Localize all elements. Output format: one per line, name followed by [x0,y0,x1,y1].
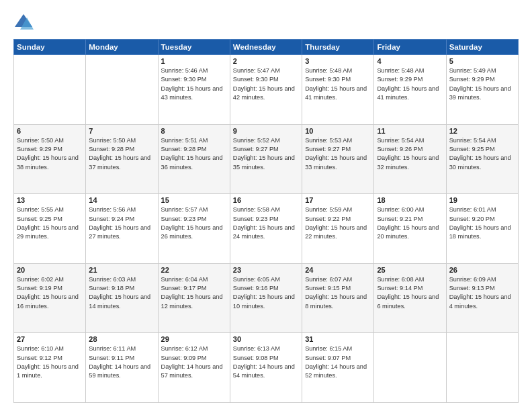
day-number: 8 [161,127,227,135]
day-info: Sunrise: 6:02 AM Sunset: 9:19 PM Dayligh… [17,275,83,311]
day-number: 1 [161,57,227,65]
page: SundayMondayTuesdayWednesdayThursdayFrid… [0,0,532,411]
calendar-cell: 22Sunrise: 6:04 AM Sunset: 9:17 PM Dayli… [158,263,230,333]
day-info: Sunrise: 5:56 AM Sunset: 9:24 PM Dayligh… [89,205,154,241]
calendar-cell: 3Sunrise: 5:48 AM Sunset: 9:30 PM Daylig… [302,55,374,125]
day-number: 9 [233,127,299,135]
day-header-monday: Monday [86,40,158,55]
calendar-cell: 2Sunrise: 5:47 AM Sunset: 9:30 PM Daylig… [230,55,302,125]
calendar-cell: 21Sunrise: 6:03 AM Sunset: 9:18 PM Dayli… [86,263,158,333]
day-info: Sunrise: 5:47 AM Sunset: 9:30 PM Dayligh… [233,66,299,102]
day-info: Sunrise: 6:10 AM Sunset: 9:12 PM Dayligh… [17,345,83,380]
day-info: Sunrise: 5:54 AM Sunset: 9:26 PM Dayligh… [377,136,443,172]
calendar-cell: 9Sunrise: 5:52 AM Sunset: 9:27 PM Daylig… [230,124,302,194]
day-number: 30 [233,335,299,343]
calendar-header: SundayMondayTuesdayWednesdayThursdayFrid… [14,40,519,55]
calendar-cell: 27Sunrise: 6:10 AM Sunset: 9:12 PM Dayli… [14,333,86,403]
header [13,12,519,32]
day-info: Sunrise: 5:50 AM Sunset: 9:29 PM Dayligh… [17,136,83,172]
day-info: Sunrise: 5:52 AM Sunset: 9:27 PM Dayligh… [233,136,299,172]
day-number: 23 [233,266,299,274]
day-number: 18 [377,196,443,204]
calendar-cell: 7Sunrise: 5:50 AM Sunset: 9:28 PM Daylig… [86,124,158,194]
day-info: Sunrise: 5:48 AM Sunset: 9:30 PM Dayligh… [305,66,371,102]
day-number: 29 [161,335,227,343]
day-number: 24 [305,266,371,274]
calendar-cell: 25Sunrise: 6:08 AM Sunset: 9:14 PM Dayli… [374,263,446,333]
calendar-cell: 15Sunrise: 5:57 AM Sunset: 9:23 PM Dayli… [158,194,230,264]
day-number: 13 [17,196,83,204]
calendar-cell: 14Sunrise: 5:56 AM Sunset: 9:24 PM Dayli… [86,194,158,264]
calendar-cell: 13Sunrise: 5:55 AM Sunset: 9:25 PM Dayli… [14,194,86,264]
calendar-cell: 20Sunrise: 6:02 AM Sunset: 9:19 PM Dayli… [14,263,86,333]
calendar-cell [446,333,518,403]
day-number: 3 [305,57,371,65]
day-header-wednesday: Wednesday [230,40,302,55]
day-number: 4 [377,57,443,65]
logo [13,12,36,32]
calendar-cell [374,333,446,403]
calendar-cell [86,55,158,125]
calendar-cell: 23Sunrise: 6:05 AM Sunset: 9:16 PM Dayli… [230,263,302,333]
day-info: Sunrise: 5:46 AM Sunset: 9:30 PM Dayligh… [161,66,227,102]
day-header-thursday: Thursday [302,40,374,55]
calendar-cell: 6Sunrise: 5:50 AM Sunset: 9:29 PM Daylig… [14,124,86,194]
day-info: Sunrise: 5:57 AM Sunset: 9:23 PM Dayligh… [161,205,227,241]
day-number: 31 [305,335,371,343]
day-number: 21 [89,266,154,274]
day-info: Sunrise: 6:13 AM Sunset: 9:08 PM Dayligh… [233,345,299,380]
calendar-cell: 12Sunrise: 5:54 AM Sunset: 9:25 PM Dayli… [446,124,518,194]
week-row-1: 1Sunrise: 5:46 AM Sunset: 9:30 PM Daylig… [14,55,519,125]
calendar-cell: 28Sunrise: 6:11 AM Sunset: 9:11 PM Dayli… [86,333,158,403]
calendar-cell [14,55,86,125]
calendar-cell: 4Sunrise: 5:48 AM Sunset: 9:29 PM Daylig… [374,55,446,125]
day-info: Sunrise: 5:50 AM Sunset: 9:28 PM Dayligh… [89,136,154,172]
day-info: Sunrise: 6:03 AM Sunset: 9:18 PM Dayligh… [89,275,154,311]
calendar-table: SundayMondayTuesdayWednesdayThursdayFrid… [13,39,519,403]
calendar-cell: 10Sunrise: 5:53 AM Sunset: 9:27 PM Dayli… [302,124,374,194]
day-number: 7 [89,127,154,135]
day-info: Sunrise: 5:51 AM Sunset: 9:28 PM Dayligh… [161,136,227,172]
day-info: Sunrise: 5:54 AM Sunset: 9:25 PM Dayligh… [449,136,515,172]
day-number: 19 [449,196,515,204]
calendar-cell: 8Sunrise: 5:51 AM Sunset: 9:28 PM Daylig… [158,124,230,194]
day-number: 28 [89,335,154,343]
day-header-tuesday: Tuesday [158,40,230,55]
calendar-cell: 26Sunrise: 6:09 AM Sunset: 9:13 PM Dayli… [446,263,518,333]
day-number: 20 [17,266,83,274]
calendar-cell: 1Sunrise: 5:46 AM Sunset: 9:30 PM Daylig… [158,55,230,125]
calendar-cell: 29Sunrise: 6:12 AM Sunset: 9:09 PM Dayli… [158,333,230,403]
day-number: 10 [305,127,371,135]
week-row-5: 27Sunrise: 6:10 AM Sunset: 9:12 PM Dayli… [14,333,519,403]
calendar-cell: 11Sunrise: 5:54 AM Sunset: 9:26 PM Dayli… [374,124,446,194]
day-info: Sunrise: 6:07 AM Sunset: 9:15 PM Dayligh… [305,275,371,311]
day-number: 27 [17,335,83,343]
day-info: Sunrise: 6:11 AM Sunset: 9:11 PM Dayligh… [89,345,154,380]
calendar-cell: 5Sunrise: 5:49 AM Sunset: 9:29 PM Daylig… [446,55,518,125]
day-number: 17 [305,196,371,204]
day-number: 22 [161,266,227,274]
calendar-cell: 16Sunrise: 5:58 AM Sunset: 9:23 PM Dayli… [230,194,302,264]
day-info: Sunrise: 6:00 AM Sunset: 9:21 PM Dayligh… [377,205,443,241]
logo-icon [13,12,34,32]
day-info: Sunrise: 5:48 AM Sunset: 9:29 PM Dayligh… [377,66,443,102]
header-row: SundayMondayTuesdayWednesdayThursdayFrid… [14,40,519,55]
day-number: 2 [233,57,299,65]
calendar-cell: 24Sunrise: 6:07 AM Sunset: 9:15 PM Dayli… [302,263,374,333]
calendar-cell: 17Sunrise: 5:59 AM Sunset: 9:22 PM Dayli… [302,194,374,264]
day-info: Sunrise: 5:58 AM Sunset: 9:23 PM Dayligh… [233,205,299,241]
day-info: Sunrise: 5:59 AM Sunset: 9:22 PM Dayligh… [305,205,371,241]
day-header-sunday: Sunday [14,40,86,55]
day-info: Sunrise: 6:01 AM Sunset: 9:20 PM Dayligh… [449,205,515,241]
day-header-friday: Friday [374,40,446,55]
week-row-2: 6Sunrise: 5:50 AM Sunset: 9:29 PM Daylig… [14,124,519,194]
day-number: 15 [161,196,227,204]
day-info: Sunrise: 6:09 AM Sunset: 9:13 PM Dayligh… [449,275,515,311]
calendar-cell: 31Sunrise: 6:15 AM Sunset: 9:07 PM Dayli… [302,333,374,403]
day-number: 25 [377,266,443,274]
day-info: Sunrise: 5:53 AM Sunset: 9:27 PM Dayligh… [305,136,371,172]
day-info: Sunrise: 6:05 AM Sunset: 9:16 PM Dayligh… [233,275,299,311]
day-number: 11 [377,127,443,135]
day-info: Sunrise: 6:15 AM Sunset: 9:07 PM Dayligh… [305,345,371,380]
calendar-cell: 18Sunrise: 6:00 AM Sunset: 9:21 PM Dayli… [374,194,446,264]
